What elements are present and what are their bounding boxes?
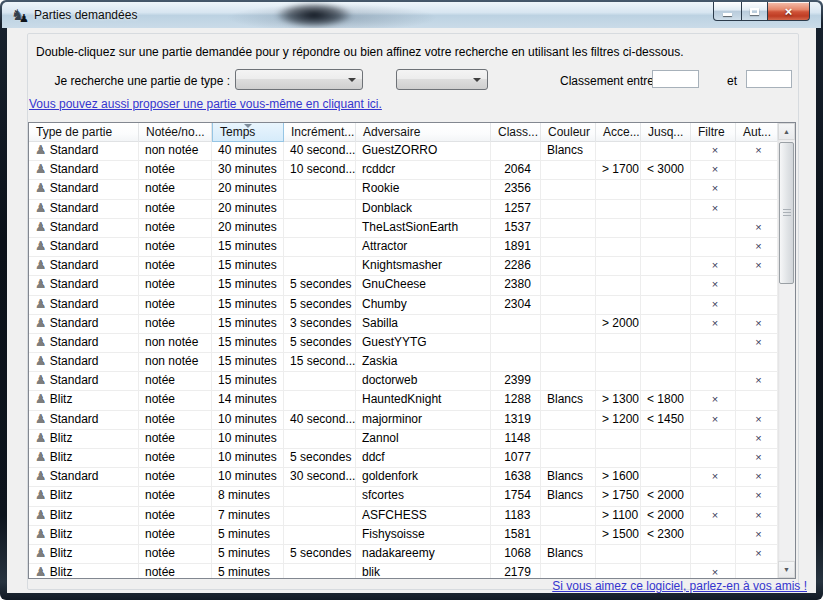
table-row[interactable]: ♟Blitznotée8 minutessfcortes1754Blancs> … [29,487,778,506]
table-row[interactable]: ♟Blitznotée5 minutesFishysoisse1581> 150… [29,526,778,545]
table-row[interactable]: ♟Standardnotée20 minutesTheLastSionEarth… [29,219,778,238]
cell-time: 20 minutes [212,180,284,198]
table-row[interactable]: ♟Blitznotée5 minutesblik2179× [29,564,778,578]
minimize-button[interactable] [713,2,742,21]
cell-filtre [691,219,736,237]
game-type-text: Standard [50,373,99,387]
cell-time: 15 minutes [212,353,284,371]
column-header-type[interactable]: Type de partie [29,123,139,142]
table-row[interactable]: ♟Blitznotée14 minutesHauntedKnight1288Bl… [29,391,778,410]
column-header-jusq[interactable]: Jusq... [641,123,691,142]
table-row[interactable]: ♟Standardnotée15 minutes5 secondesGnuChe… [29,276,778,295]
table-row[interactable]: ♟Standardnon notée15 minutes5 secondesGu… [29,334,778,353]
cell-adversaire: HauntedKnight [356,391,491,409]
table-row[interactable]: ♟Standardnotée10 minutes30 second...gold… [29,468,778,487]
table-row[interactable]: ♟Standardnotée20 minutesDonblack1257× [29,200,778,219]
cell-time: 10 minutes [212,430,284,448]
cell-filtre: × [691,180,736,198]
cell-acce [596,219,641,237]
cell-adversaire: Rookie [356,180,491,198]
cell-classement: 1077 [491,449,541,467]
pawn-icon: ♟ [35,487,46,505]
cell-classement: 1148 [491,430,541,448]
cell-time: 15 minutes [212,296,284,314]
table-row[interactable]: ♟Standardnotée15 minutesAttractor1891× [29,238,778,257]
scroll-up-button[interactable]: ▲ [778,123,795,140]
cell-classement: 1754 [491,487,541,505]
close-button[interactable]: × [767,2,810,21]
cell-time: 40 minutes [212,142,284,160]
column-header-classement[interactable]: Class... [491,123,541,142]
cell-increment [284,257,356,275]
column-header-filtre[interactable]: Filtre [691,123,736,142]
glass-reflection-dark [254,2,374,28]
column-header-couleur[interactable]: Couleur [541,123,596,142]
rating-max-input[interactable] [746,70,792,88]
column-header-rated[interactable]: Notée/no... [139,123,212,142]
cell-time: 10 minutes [212,468,284,486]
table-row[interactable]: ♟Blitznotée10 minutes5 secondesddcf1077× [29,449,778,468]
cell-type: ♟Standard [29,315,139,333]
cell-couleur: Blancs [541,468,596,486]
table-row[interactable]: ♟Standardnotée15 minutesKnightsmasher228… [29,257,778,276]
pawn-icon: ♟ [35,449,46,467]
table-row[interactable]: ♟Standardnotée20 minutesRookie2356× [29,180,778,199]
table-row[interactable]: ♟Standardnon notée40 minutes40 second...… [29,142,778,161]
cell-adversaire: ASFCHESS [356,507,491,525]
cell-rated: notée [139,430,212,448]
rating-min-input[interactable] [652,70,699,88]
table-row[interactable]: ♟Standardnotée10 minutes40 second...majo… [29,411,778,430]
column-header-acce[interactable]: Acce... [596,123,641,142]
cell-type: ♟Standard [29,161,139,179]
cell-rated: notée [139,564,212,578]
cell-acce [596,430,641,448]
game-type-text: Standard [50,143,99,157]
game-type-text: Blitz [50,488,73,502]
column-header-aut[interactable]: Aut... [736,123,778,142]
cell-rated: notée [139,487,212,505]
share-app-link[interactable]: Si vous aimez ce logiciel, parlez-en à v… [552,579,807,593]
game-type-select[interactable] [235,69,363,90]
cell-rated: notée [139,507,212,525]
table-row[interactable]: ♟Blitznotée5 minutes5 secondesnadakareem… [29,545,778,564]
table-row[interactable]: ♟Standardnotée15 minutes3 secondesSabill… [29,315,778,334]
cell-increment [284,391,356,409]
table-row[interactable]: ♟Standardnotée30 minutes10 second...rcdd… [29,161,778,180]
games-table-main: Type de partieNotée/no...TempsIncrément.… [29,123,778,578]
table-row[interactable]: ♟Blitznotée7 minutesASFCHESS1183> 1100< … [29,507,778,526]
column-header-increment[interactable]: Incrément... [284,123,356,142]
cell-jusq: < 2000 [641,507,691,525]
propose-game-link[interactable]: Vous pouvez aussi proposer une partie vo… [29,97,382,111]
cell-couleur [541,257,596,275]
cell-acce: > 2000 [596,315,641,333]
vertical-scrollbar[interactable]: ▲ ▼ [778,123,795,578]
cell-adversaire: Sabilla [356,315,491,333]
cell-filtre [691,238,736,256]
cell-aut: × [736,430,778,448]
cell-increment [284,372,356,390]
table-row[interactable]: ♟Standardnotée15 minutes5 secondesChumby… [29,296,778,315]
table-row[interactable]: ♟Standardnotée15 minutesdoctorweb2399× [29,372,778,391]
cell-time: 8 minutes [212,487,284,505]
table-row[interactable]: ♟Blitznotée10 minutesZannol1148× [29,430,778,449]
scrollbar-track[interactable] [778,140,795,561]
column-header-adversaire[interactable]: Adversaire [356,123,491,142]
scrollbar-thumb[interactable] [779,142,794,284]
game-type-text: Blitz [50,431,73,445]
cell-adversaire: Fishysoisse [356,526,491,544]
cell-time: 10 minutes [212,411,284,429]
game-subtype-select[interactable] [396,69,488,90]
cell-couleur [541,372,596,390]
cell-adversaire: goldenfork [356,468,491,486]
maximize-button[interactable] [741,2,768,21]
cell-jusq: < 2300 [641,526,691,544]
cell-increment [284,507,356,525]
title-bar[interactable]: ♞ ♟ Parties demandées [2,2,821,28]
pawn-icon: ♟ [35,507,46,525]
column-header-time[interactable]: Temps [212,123,284,142]
cell-filtre [691,334,736,352]
cell-acce: > 1500 [596,526,641,544]
table-row[interactable]: ♟Standardnon notée15 minutes15 second...… [29,353,778,372]
cell-aut [736,353,778,371]
scroll-down-button[interactable]: ▼ [778,561,795,578]
